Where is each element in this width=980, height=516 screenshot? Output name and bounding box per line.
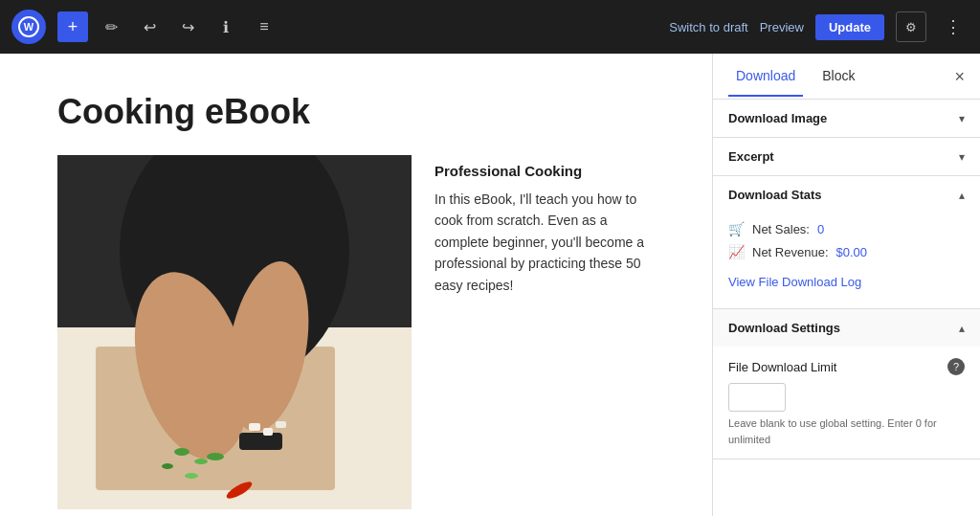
- excerpt-chevron-down-icon: ▾: [959, 150, 965, 164]
- redo-icon: ↪: [182, 18, 194, 36]
- settings-chevron-up-icon: ▴: [959, 322, 965, 335]
- svg-point-12: [185, 473, 198, 479]
- download-stats-content: 🛒 Net Sales: 0 📈 Net Revenue: $0.00 View…: [713, 213, 980, 308]
- net-revenue-value[interactable]: $0.00: [836, 245, 868, 259]
- download-settings-header[interactable]: Download Settings ▴: [713, 309, 980, 347]
- update-button[interactable]: Update: [815, 14, 884, 40]
- svg-point-10: [162, 463, 173, 469]
- excerpt-header[interactable]: Excerpt ▾: [713, 138, 980, 175]
- file-download-limit-input[interactable]: [728, 383, 786, 412]
- tab-download[interactable]: Download: [728, 56, 803, 97]
- right-sidebar: Download Block × Download Image ▾ Excerp…: [712, 54, 980, 516]
- file-download-limit-label: File Download Limit: [728, 360, 836, 374]
- list-view-button[interactable]: ≡: [249, 11, 279, 42]
- sidebar-close-button[interactable]: ×: [954, 68, 965, 85]
- download-stats-title: Download Stats: [728, 188, 822, 202]
- info-button[interactable]: ℹ: [211, 11, 241, 42]
- content-body: In this eBook, I'll teach you how to coo…: [434, 189, 655, 296]
- excerpt-title: Excerpt: [728, 149, 774, 164]
- undo-button[interactable]: ↩: [134, 11, 165, 42]
- download-stats-section: Download Stats ▴ 🛒 Net Sales: 0 📈 Net Re…: [713, 176, 980, 309]
- main-content: Cooking eBook: [0, 54, 980, 516]
- revenue-icon: 📈: [728, 244, 745, 259]
- list-icon: ≡: [259, 18, 268, 35]
- svg-point-9: [194, 459, 208, 464]
- net-revenue-row: 📈 Net Revenue: $0.00: [728, 244, 965, 259]
- download-image-header[interactable]: Download Image ▾: [713, 100, 980, 137]
- download-settings-section: Download Settings ▴ File Download Limit …: [713, 309, 980, 460]
- gear-icon: ⚙: [905, 20, 917, 34]
- sidebar-tabs: Download Block ×: [713, 54, 980, 100]
- add-block-button[interactable]: +: [57, 11, 88, 42]
- content-heading: Professional Cooking: [434, 163, 655, 179]
- file-download-limit-row: File Download Limit ?: [713, 347, 980, 379]
- net-sales-label: Net Sales:: [752, 222, 810, 236]
- download-settings-title: Download Settings: [728, 321, 840, 335]
- chevron-down-icon: ▾: [959, 112, 965, 125]
- svg-rect-7: [239, 433, 282, 450]
- tab-block[interactable]: Block: [814, 56, 862, 97]
- file-download-limit-help-icon[interactable]: ?: [947, 358, 965, 375]
- download-image-section: Download Image ▾: [713, 100, 980, 138]
- svg-point-8: [174, 448, 189, 456]
- view-file-download-log-link[interactable]: View File Download Log: [728, 267, 965, 293]
- pencil-icon: ✏: [105, 18, 118, 36]
- more-options-button[interactable]: ⋮: [938, 11, 969, 42]
- wp-logo[interactable]: [11, 10, 46, 44]
- svg-rect-14: [249, 423, 260, 431]
- svg-rect-16: [276, 421, 286, 428]
- net-sales-value[interactable]: 0: [817, 222, 824, 236]
- tools-button[interactable]: ✏: [96, 11, 126, 42]
- info-icon: ℹ: [223, 18, 229, 36]
- excerpt-section: Excerpt ▾: [713, 138, 980, 176]
- cart-icon: 🛒: [728, 221, 745, 236]
- toolbar-right: Switch to draft Preview Update ⚙ ⋮: [669, 11, 969, 42]
- switch-to-draft-button[interactable]: Switch to draft: [669, 20, 747, 34]
- redo-button[interactable]: ↪: [172, 11, 203, 42]
- post-featured-image[interactable]: Write title...: [57, 155, 412, 509]
- undo-icon: ↩: [144, 18, 156, 36]
- editor-area: Cooking eBook: [0, 54, 712, 516]
- ellipsis-icon: ⋮: [945, 16, 962, 37]
- download-image-title: Download Image: [728, 111, 827, 125]
- stats-chevron-up-icon: ▴: [959, 189, 965, 202]
- file-download-limit-hint: Leave blank to use global setting. Enter…: [713, 415, 980, 459]
- post-content-area: Professional Cooking In this eBook, I'll…: [434, 155, 655, 296]
- download-stats-header[interactable]: Download Stats ▴: [713, 176, 980, 213]
- toolbar: + ✏ ↩ ↪ ℹ ≡ Switch to draft Preview Upda…: [0, 0, 980, 54]
- svg-point-11: [207, 453, 224, 460]
- wp-logo-icon: [18, 16, 39, 37]
- svg-rect-15: [263, 428, 273, 436]
- net-sales-row: 🛒 Net Sales: 0: [728, 221, 965, 236]
- post-title[interactable]: Cooking eBook: [57, 92, 655, 132]
- net-revenue-label: Net Revenue:: [752, 245, 829, 259]
- plus-icon: +: [68, 17, 78, 37]
- settings-button[interactable]: ⚙: [896, 11, 926, 42]
- preview-button[interactable]: Preview: [760, 20, 804, 34]
